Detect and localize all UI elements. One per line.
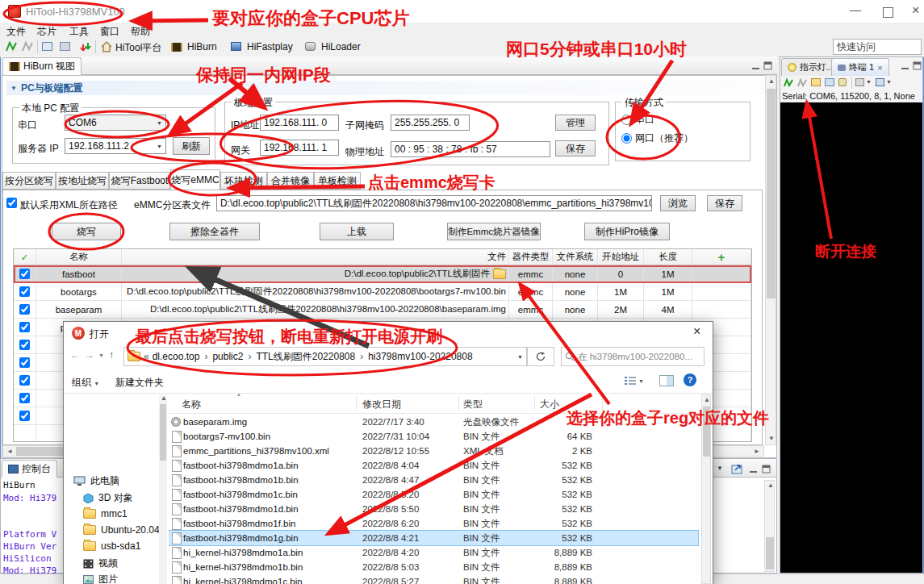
row-checkbox[interactable] (19, 269, 30, 279)
console-scrollbar[interactable]: ▲ (764, 480, 775, 572)
view-list-icon[interactable] (624, 376, 637, 386)
sidebar-item-3d-objects[interactable]: 3D 对象 (83, 491, 133, 505)
row-checkbox[interactable] (19, 393, 30, 403)
upload-button[interactable]: 上载 (320, 223, 394, 240)
menu-tools[interactable]: 工具 (69, 25, 89, 39)
radio-network[interactable]: 网口（推荐） (621, 131, 693, 145)
nav-forward-icon[interactable]: → (85, 349, 94, 361)
row-checkbox[interactable] (19, 340, 30, 350)
file-col-size[interactable]: 大小 (540, 398, 559, 411)
sidebar-item-pictures[interactable]: 图片 (83, 573, 118, 584)
emmc-partition-path-field[interactable]: D:\dl.ecoo.top\public2\TTL线刷固件20220808\h… (216, 195, 652, 211)
radio-serial[interactable]: 串口 (621, 113, 654, 127)
view-maximize-icon[interactable] (763, 61, 773, 71)
pc-board-section[interactable]: ▼ PC与板端配置 (6, 81, 763, 95)
help-icon[interactable]: ? (684, 373, 696, 386)
row-checkbox[interactable] (19, 286, 30, 297)
server-ip-combo-arrow-icon[interactable]: ▼ (157, 144, 162, 149)
terminal-connect-icon[interactable] (783, 77, 794, 89)
xml-path-checkbox[interactable] (6, 198, 17, 208)
terminal-maximize-icon[interactable] (913, 61, 922, 71)
menu-chip[interactable]: 芯片 (37, 25, 56, 39)
view-list-arrow-icon[interactable]: ▼ (638, 378, 644, 384)
file-row[interactable]: hi_kernel-hi3798mdmo1c.bin2022/8/8 5:27B… (169, 574, 698, 584)
board-save-button[interactable]: 保存 (555, 140, 596, 156)
hiloader-icon[interactable] (305, 42, 316, 51)
radio-serial-input[interactable] (621, 115, 632, 125)
partition-row-fastboot[interactable]: fastboot D:\dl.ecoo.top\public2\TTL线刷固件 … (14, 265, 751, 283)
refresh-nav-button[interactable] (527, 347, 554, 366)
erase-all-button[interactable]: 擦除全器件 (169, 223, 260, 240)
new-terminal-icon[interactable] (876, 78, 884, 86)
file-row[interactable]: emmc_partitions_hi3798mv100.xml2022/8/12… (169, 444, 698, 458)
file-row[interactable]: fastboot-hi3798mdmo1f.bin2022/8/8 6:20BI… (169, 516, 698, 531)
file-browse-icon[interactable] (493, 269, 506, 279)
terminal-view-menu-arrow-icon[interactable]: ▼ (866, 79, 872, 85)
breadcrumb-item[interactable]: dl.ecoo.top (153, 351, 200, 362)
file-row[interactable]: bootargs7-mv100.bin2022/7/31 10:04BIN 文件… (169, 429, 698, 444)
col-file[interactable]: 文件 (122, 249, 509, 265)
file-row[interactable]: hi_kernel-hi3798mdmo1a.bin2022/8/8 4:20B… (169, 545, 698, 560)
transfer-icon[interactable] (79, 40, 92, 53)
tab-burn-emmc[interactable]: 烧写eMMC (170, 169, 220, 190)
sidebar-item-this-pc[interactable]: 此电脑 (73, 474, 119, 488)
home-icon[interactable] (100, 40, 113, 53)
row-checkbox[interactable] (19, 357, 30, 368)
refresh-button[interactable]: 刷新 (173, 137, 210, 155)
file-row[interactable]: fastboot-hi3798mdmo1d.bin2022/8/8 5:50BI… (169, 502, 698, 516)
file-row-selected[interactable]: fastboot-hi3798mdmo1g.bin2022/8/8 4:21BI… (169, 531, 698, 545)
terminal-settings-icon[interactable] (811, 78, 821, 86)
manage-button[interactable]: 管理 (555, 115, 596, 131)
menu-file[interactable]: 文件 (6, 25, 26, 39)
close-button[interactable]: × (912, 3, 919, 18)
tab-burn-partition[interactable]: 按分区烧写 (2, 172, 56, 190)
col-start[interactable]: 开始地址 (598, 249, 644, 265)
nav-back-icon[interactable]: ← (70, 349, 80, 361)
menu-window[interactable]: 窗口 (100, 25, 119, 39)
serial-port-combobox[interactable]: COM6 ▼ (65, 115, 166, 131)
make-emmc-image-button[interactable]: 制作Emmc烧片器镜像 (447, 223, 541, 240)
view-minimize-icon[interactable] (751, 61, 761, 71)
row-checkbox[interactable] (19, 322, 30, 332)
terminal-lock-icon[interactable] (838, 78, 847, 86)
section-collapse-icon[interactable]: ▼ (10, 85, 17, 92)
open-console-icon[interactable] (731, 463, 743, 474)
breadcrumb-bar[interactable]: « dl.ecoo.top public2 TTL线刷固件20220808 hi… (123, 347, 527, 366)
terminal-screen[interactable] (780, 102, 922, 573)
dialog-close-icon[interactable]: × (693, 324, 700, 339)
console-minimize-icon[interactable] (749, 465, 759, 474)
preview-pane-icon[interactable] (659, 375, 674, 386)
breadcrumb-item[interactable]: TTL线刷固件20220808 (256, 350, 355, 364)
burn-button[interactable]: 烧写 (52, 223, 121, 240)
sidebar-scrollbar[interactable]: ▲ (159, 394, 167, 584)
hifastplay-icon[interactable] (231, 42, 241, 51)
vertical-scrollbar[interactable]: ▲ ▼ (765, 75, 776, 445)
breadcrumb-item[interactable]: public2 (212, 351, 243, 362)
radio-network-input[interactable] (621, 133, 632, 144)
sidebar-item-videos[interactable]: 视频 (83, 557, 118, 570)
tab-burn-address[interactable]: 按地址烧写 (56, 172, 109, 190)
organize-button[interactable]: 组织 ▼ (72, 376, 99, 390)
file-row[interactable]: fastboot-hi3798mdmo1b.bin2022/8/8 4:47BI… (169, 473, 698, 487)
quick-access-box[interactable]: 快速访问 (833, 39, 922, 55)
terminal-log-icon[interactable] (825, 78, 834, 86)
menu-help[interactable]: 帮助 (131, 25, 150, 39)
breadcrumb-dropdown-icon[interactable]: ▼ (517, 354, 523, 360)
breadcrumb-item[interactable]: hi3798mv100-20220808 (368, 351, 472, 362)
file-row[interactable]: fastboot-hi3798mdmo1a.bin2022/8/8 4:04BI… (169, 458, 698, 473)
sidebar-item-mmc1[interactable]: mmc1 (83, 508, 128, 519)
col-length[interactable]: 长度 (644, 249, 692, 265)
toolbar-hiloader-label[interactable]: HiLoader (321, 41, 361, 52)
col-device[interactable]: 器件类型 (509, 249, 553, 265)
board-ip-field[interactable]: 192.168.111. 0 (260, 115, 339, 131)
terminal-minimize-icon[interactable] (901, 61, 910, 71)
toolbar-hiburn-label[interactable]: HiBurn (187, 41, 217, 52)
mac-field[interactable]: 00 : 95 : 38 : 78 : fb : 57 (391, 141, 550, 157)
sidebar-item-usb-sda1[interactable]: usb-sda1 (83, 540, 140, 552)
terminal-tab-close-icon[interactable]: × (877, 63, 882, 73)
search-input[interactable]: 在 hi3798mv100-2022080... (561, 347, 704, 366)
new-folder-button[interactable]: 新建文件夹 (115, 376, 164, 390)
nav-up-icon[interactable]: ↑ (109, 349, 114, 361)
sidebar-item-ubuntu[interactable]: Ubuntu-20.04 ( (83, 524, 165, 536)
row-checkbox[interactable] (19, 304, 30, 315)
